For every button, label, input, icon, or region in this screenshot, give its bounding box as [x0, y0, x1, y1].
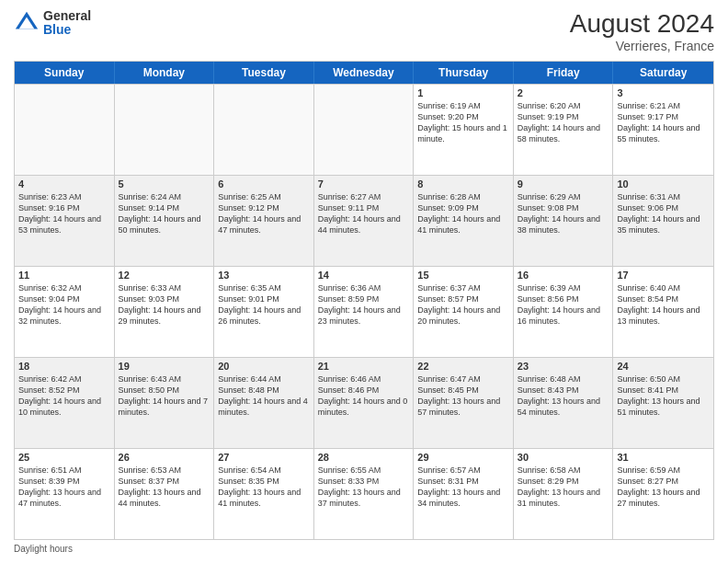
- day-number: 1: [417, 87, 509, 98]
- day-of-week-wednesday: Wednesday: [314, 62, 415, 84]
- day-of-week-saturday: Saturday: [613, 62, 713, 84]
- day-cell-12: 12Sunrise: 6:33 AM Sunset: 9:03 PM Dayli…: [115, 267, 215, 357]
- day-number: 7: [318, 178, 410, 190]
- day-number: 28: [318, 452, 410, 463]
- day-number: 8: [417, 178, 509, 190]
- day-cell-28: 28Sunrise: 6:55 AM Sunset: 8:33 PM Dayli…: [314, 449, 415, 539]
- day-of-week-thursday: Thursday: [414, 62, 514, 84]
- day-info: Sunrise: 6:35 AM Sunset: 9:01 PM Dayligh…: [218, 282, 310, 327]
- day-of-week-friday: Friday: [514, 62, 614, 84]
- day-info: Sunrise: 6:54 AM Sunset: 8:35 PM Dayligh…: [218, 465, 310, 510]
- day-info: Sunrise: 6:55 AM Sunset: 8:33 PM Dayligh…: [318, 465, 410, 510]
- day-number: 14: [318, 270, 410, 281]
- day-number: 25: [18, 452, 110, 463]
- day-info: Sunrise: 6:48 AM Sunset: 8:43 PM Dayligh…: [518, 373, 609, 419]
- calendar-row-3: 11Sunrise: 6:32 AM Sunset: 9:04 PM Dayli…: [15, 266, 713, 357]
- day-number: 30: [518, 452, 609, 463]
- day-cell-27: 27Sunrise: 6:54 AM Sunset: 8:35 PM Dayli…: [214, 449, 314, 539]
- day-number: 31: [617, 452, 710, 463]
- logo-icon: [14, 10, 40, 36]
- day-info: Sunrise: 6:42 AM Sunset: 8:52 PM Dayligh…: [18, 373, 110, 419]
- day-cell-10: 10Sunrise: 6:31 AM Sunset: 9:06 PM Dayli…: [613, 176, 713, 266]
- day-info: Sunrise: 6:36 AM Sunset: 8:59 PM Dayligh…: [318, 282, 410, 327]
- day-number: 2: [518, 87, 609, 98]
- day-cell-21: 21Sunrise: 6:46 AM Sunset: 8:46 PM Dayli…: [314, 358, 415, 448]
- day-info: Sunrise: 6:28 AM Sunset: 9:09 PM Dayligh…: [417, 191, 509, 236]
- day-info: Sunrise: 6:39 AM Sunset: 8:56 PM Dayligh…: [518, 282, 609, 327]
- day-info: Sunrise: 6:51 AM Sunset: 8:39 PM Dayligh…: [18, 465, 110, 510]
- day-info: Sunrise: 6:21 AM Sunset: 9:17 PM Dayligh…: [617, 100, 710, 145]
- day-number: 3: [617, 87, 710, 98]
- day-cell-4: 4Sunrise: 6:23 AM Sunset: 9:16 PM Daylig…: [15, 176, 115, 266]
- day-info: Sunrise: 6:25 AM Sunset: 9:12 PM Dayligh…: [218, 191, 310, 236]
- day-info: Sunrise: 6:33 AM Sunset: 9:03 PM Dayligh…: [119, 282, 210, 327]
- day-info: Sunrise: 6:53 AM Sunset: 8:37 PM Dayligh…: [119, 465, 210, 510]
- day-number: 13: [218, 270, 310, 281]
- day-cell-9: 9Sunrise: 6:29 AM Sunset: 9:08 PM Daylig…: [514, 176, 614, 266]
- header: General Blue August 2024 Verrieres, Fran…: [14, 9, 714, 53]
- calendar-row-5: 25Sunrise: 6:51 AM Sunset: 8:39 PM Dayli…: [15, 448, 713, 539]
- day-number: 5: [119, 178, 210, 190]
- day-cell-18: 18Sunrise: 6:42 AM Sunset: 8:52 PM Dayli…: [15, 358, 115, 448]
- day-info: Sunrise: 6:58 AM Sunset: 8:29 PM Dayligh…: [518, 465, 609, 510]
- day-info: Sunrise: 6:37 AM Sunset: 8:57 PM Dayligh…: [417, 282, 509, 327]
- day-cell-14: 14Sunrise: 6:36 AM Sunset: 8:59 PM Dayli…: [314, 267, 415, 357]
- empty-cell: [214, 85, 314, 175]
- day-info: Sunrise: 6:29 AM Sunset: 9:08 PM Dayligh…: [518, 191, 609, 236]
- day-number: 18: [18, 361, 110, 372]
- day-cell-23: 23Sunrise: 6:48 AM Sunset: 8:43 PM Dayli…: [514, 358, 614, 448]
- day-info: Sunrise: 6:40 AM Sunset: 8:54 PM Dayligh…: [617, 282, 710, 327]
- empty-cell: [115, 85, 215, 175]
- day-cell-19: 19Sunrise: 6:43 AM Sunset: 8:50 PM Dayli…: [115, 358, 215, 448]
- day-info: Sunrise: 6:27 AM Sunset: 9:11 PM Dayligh…: [318, 191, 410, 236]
- logo-blue: Blue: [43, 23, 91, 37]
- day-cell-1: 1Sunrise: 6:19 AM Sunset: 9:20 PM Daylig…: [414, 85, 514, 175]
- page: General Blue August 2024 Verrieres, Fran…: [0, 0, 728, 563]
- calendar-header: SundayMondayTuesdayWednesdayThursdayFrid…: [15, 62, 713, 84]
- day-cell-13: 13Sunrise: 6:35 AM Sunset: 9:01 PM Dayli…: [214, 267, 314, 357]
- day-cell-15: 15Sunrise: 6:37 AM Sunset: 8:57 PM Dayli…: [414, 267, 514, 357]
- day-info: Sunrise: 6:57 AM Sunset: 8:31 PM Dayligh…: [417, 465, 509, 510]
- calendar-row-2: 4Sunrise: 6:23 AM Sunset: 9:16 PM Daylig…: [15, 175, 713, 266]
- day-info: Sunrise: 6:59 AM Sunset: 8:27 PM Dayligh…: [617, 465, 710, 510]
- calendar-row-1: 1Sunrise: 6:19 AM Sunset: 9:20 PM Daylig…: [15, 84, 713, 175]
- day-number: 9: [518, 178, 609, 190]
- day-info: Sunrise: 6:23 AM Sunset: 9:16 PM Dayligh…: [18, 191, 110, 236]
- day-number: 22: [417, 361, 509, 372]
- day-number: 21: [318, 361, 410, 372]
- day-number: 17: [617, 270, 710, 281]
- day-number: 20: [218, 361, 310, 372]
- calendar: SundayMondayTuesdayWednesdayThursdayFrid…: [14, 61, 714, 540]
- day-info: Sunrise: 6:24 AM Sunset: 9:14 PM Dayligh…: [119, 191, 210, 236]
- day-number: 11: [18, 270, 110, 281]
- day-cell-11: 11Sunrise: 6:32 AM Sunset: 9:04 PM Dayli…: [15, 267, 115, 357]
- day-number: 29: [417, 452, 509, 463]
- month-year: August 2024: [570, 9, 714, 39]
- logo: General Blue: [14, 9, 91, 38]
- day-of-week-tuesday: Tuesday: [214, 62, 314, 84]
- day-number: 19: [119, 361, 210, 372]
- day-number: 26: [119, 452, 210, 463]
- empty-cell: [314, 85, 415, 175]
- day-cell-7: 7Sunrise: 6:27 AM Sunset: 9:11 PM Daylig…: [314, 176, 415, 266]
- day-cell-29: 29Sunrise: 6:57 AM Sunset: 8:31 PM Dayli…: [414, 449, 514, 539]
- day-number: 12: [119, 270, 210, 281]
- day-number: 15: [417, 270, 509, 281]
- location: Verrieres, France: [570, 39, 714, 53]
- day-number: 24: [617, 361, 710, 372]
- day-info: Sunrise: 6:47 AM Sunset: 8:45 PM Dayligh…: [417, 373, 509, 419]
- day-number: 6: [218, 178, 310, 190]
- day-info: Sunrise: 6:32 AM Sunset: 9:04 PM Dayligh…: [18, 282, 110, 327]
- day-number: 23: [518, 361, 609, 372]
- calendar-body: 1Sunrise: 6:19 AM Sunset: 9:20 PM Daylig…: [15, 84, 713, 539]
- day-info: Sunrise: 6:31 AM Sunset: 9:06 PM Dayligh…: [617, 191, 710, 236]
- day-cell-17: 17Sunrise: 6:40 AM Sunset: 8:54 PM Dayli…: [613, 267, 713, 357]
- day-cell-8: 8Sunrise: 6:28 AM Sunset: 9:09 PM Daylig…: [414, 176, 514, 266]
- day-cell-30: 30Sunrise: 6:58 AM Sunset: 8:29 PM Dayli…: [514, 449, 614, 539]
- day-cell-31: 31Sunrise: 6:59 AM Sunset: 8:27 PM Dayli…: [613, 449, 713, 539]
- day-info: Sunrise: 6:43 AM Sunset: 8:50 PM Dayligh…: [119, 373, 210, 419]
- day-number: 4: [18, 178, 110, 190]
- footer-note: Daylight hours: [14, 544, 714, 554]
- day-cell-25: 25Sunrise: 6:51 AM Sunset: 8:39 PM Dayli…: [15, 449, 115, 539]
- day-cell-22: 22Sunrise: 6:47 AM Sunset: 8:45 PM Dayli…: [414, 358, 514, 448]
